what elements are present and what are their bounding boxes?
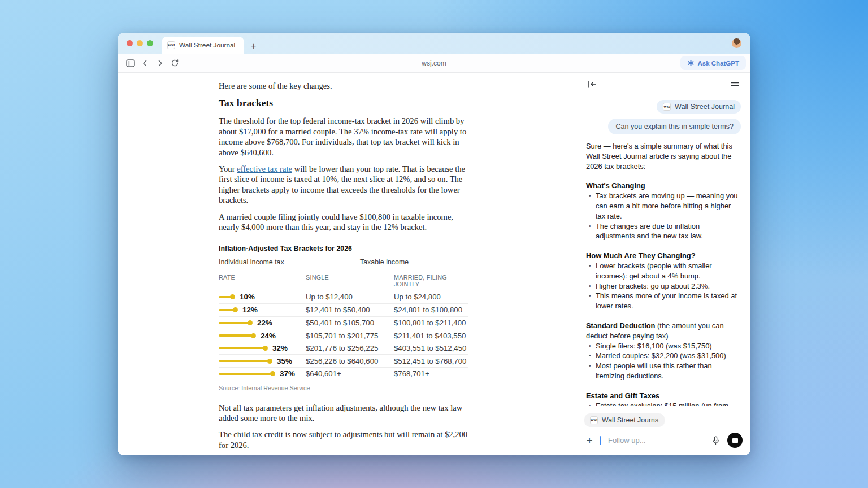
forward-button[interactable] <box>153 56 167 71</box>
table-cell: $256,226 to $640,600 <box>306 357 394 365</box>
table-cell: Up to $24,800 <box>394 293 468 301</box>
table-cell: $100,801 to $211,400 <box>394 319 468 327</box>
toggle-sidebar-button[interactable] <box>123 56 138 71</box>
chat-thread: WSJ Wall Street Journal Can you explain … <box>576 95 750 455</box>
table-cell: 32% <box>219 344 306 352</box>
address-bar-url[interactable]: wsj.com <box>118 59 750 67</box>
voice-stop-button[interactable] <box>727 433 743 448</box>
table-cell: $12,401 to $50,400 <box>306 306 394 314</box>
tax-brackets-chart: Inflation-Adjusted Tax Brackets for 2026… <box>219 245 468 391</box>
table-cell: $105,701 to $201,775 <box>306 332 394 340</box>
wsj-favicon-icon: WSJ <box>167 41 175 49</box>
window-controls <box>127 40 153 46</box>
article-paragraph: The child tax credit is now subject to a… <box>219 429 468 450</box>
table-row: 37%$640,601+$768,701+ <box>219 367 468 380</box>
new-tab-button[interactable]: + <box>251 42 256 51</box>
table-row: 10%Up to $12,400Up to $24,800 <box>219 290 468 303</box>
collapse-sidebar-icon[interactable] <box>586 78 598 90</box>
sidebar-header <box>576 73 750 95</box>
chart-title: Inflation-Adjusted Tax Brackets for 2026 <box>219 245 468 252</box>
table-cell: $512,451 to $768,700 <box>394 357 468 365</box>
article-paragraph: The threshold for the top federal income… <box>219 116 468 158</box>
table-cell: $640,601+ <box>306 369 394 378</box>
wsj-favicon-icon: WSJ <box>590 416 598 424</box>
tab-wall-street-journal[interactable]: WSJ Wall Street Journal <box>162 37 244 54</box>
table-row: 35%$256,226 to $640,600$512,451 to $768,… <box>219 354 468 367</box>
assistant-section: Estate and Gift TaxesEstate tax exclusio… <box>586 391 741 406</box>
chart-column-headers: RATE SINGLE MARRIED, FILING JOINTLY <box>219 271 468 290</box>
close-window-button[interactable] <box>127 40 133 46</box>
article-paragraph: A married couple filing jointly could ha… <box>219 212 468 233</box>
assistant-bullet: Most people will use this rather than it… <box>586 361 741 381</box>
tab-strip: WSJ Wall Street Journal + <box>118 33 750 54</box>
table-cell: 22% <box>219 319 306 327</box>
table-cell: $50,401 to $105,700 <box>306 319 394 327</box>
assistant-section: Standard Deduction (the amount you can d… <box>586 321 741 381</box>
minimize-window-button[interactable] <box>137 40 143 46</box>
table-row: 22%$50,401 to $105,700$100,801 to $211,4… <box>219 316 468 329</box>
assistant-bullet: Single filers: $16,100 (was $15,750) <box>586 341 741 351</box>
back-button[interactable] <box>138 56 153 71</box>
table-cell: $201,776 to $256,225 <box>306 344 394 352</box>
article-paragraph: Your effective tax rate will be lower th… <box>219 164 468 206</box>
composer: WSJ Wall Street Journa + Follow up... <box>576 408 750 455</box>
table-row: 12%$12,401 to $50,400$24,801 to $100,800 <box>219 303 468 316</box>
table-cell: 37% <box>219 369 306 378</box>
assistant-bullet: Lower brackets (people with smaller inco… <box>586 261 741 281</box>
assistant-bullet: This means more of your income is taxed … <box>586 291 741 311</box>
article-heading-tax-brackets: Tax brackets <box>219 97 468 109</box>
table-cell: $768,701+ <box>394 369 468 378</box>
chatgpt-sidebar: WSJ Wall Street Journal Can you explain … <box>576 73 750 455</box>
assistant-section: How Much Are They Changing?Lower bracket… <box>586 251 741 311</box>
browser-toolbar: wsj.com Ask ChatGPT <box>118 54 750 73</box>
microphone-icon[interactable] <box>709 434 722 447</box>
tab-title: Wall Street Journal <box>179 41 235 49</box>
table-row: 32%$201,776 to $256,225$403,551 to $512,… <box>219 342 468 355</box>
article-paragraph: Here are some of the key changes. <box>219 81 468 91</box>
zoom-window-button[interactable] <box>147 40 153 46</box>
chatgpt-logo-icon <box>687 59 695 67</box>
composer-context-chip[interactable]: WSJ Wall Street Journa <box>584 413 665 427</box>
browser-window: WSJ Wall Street Journal + wsj.com <box>118 33 750 455</box>
reload-button[interactable] <box>167 56 182 71</box>
chart-rows: 10%Up to $12,400Up to $24,80012%$12,401 … <box>219 290 468 380</box>
user-context-chip[interactable]: WSJ Wall Street Journal <box>657 100 741 114</box>
table-cell: $24,801 to $100,800 <box>394 306 468 314</box>
table-cell: $403,551 to $512,450 <box>394 344 468 352</box>
wsj-favicon-icon: WSJ <box>663 103 671 111</box>
attach-button[interactable]: + <box>584 435 594 446</box>
chart-group-headers: Individual income tax Taxable income <box>219 258 468 271</box>
assistant-bullet: Tax brackets are moving up — meaning you… <box>586 191 741 221</box>
table-cell: 10% <box>219 293 306 301</box>
article-paragraph: Not all tax parameters get inflation adj… <box>219 403 468 424</box>
chart-source: Source: Internal Revenue Service <box>219 385 468 391</box>
assistant-bullet: Estate tax exclusion: $15 million (up fr… <box>586 401 741 406</box>
assistant-bullet: Married couples: $32,200 (was $31,500) <box>586 351 741 361</box>
assistant-message: Sure — here's a simple summary of what t… <box>586 141 741 406</box>
user-message-bubble: Can you explain this in simple terms? <box>608 119 741 134</box>
profile-avatar[interactable] <box>732 38 741 48</box>
article-pane: Here are some of the key changes. Tax br… <box>118 73 576 455</box>
table-cell: Up to $12,400 <box>306 293 394 301</box>
table-cell: 24% <box>219 332 306 340</box>
sidebar-menu-icon[interactable] <box>728 78 741 90</box>
assistant-bullet: The changes are due to inflation adjustm… <box>586 221 741 242</box>
table-cell: $211,401 to $403,550 <box>394 332 468 340</box>
followup-input[interactable]: Follow up... <box>608 436 704 445</box>
table-cell: 12% <box>219 306 306 314</box>
text-cursor <box>600 436 601 445</box>
table-row: 24%$105,701 to $201,775$211,401 to $403,… <box>219 329 468 342</box>
effective-tax-rate-link[interactable]: effective tax rate <box>237 164 292 173</box>
assistant-bullet: Higher brackets: go up about 2.3%. <box>586 281 741 291</box>
ask-chatgpt-button[interactable]: Ask ChatGPT <box>680 56 747 70</box>
table-cell: 35% <box>219 357 306 365</box>
assistant-section: What's ChangingTax brackets are moving u… <box>586 181 741 241</box>
